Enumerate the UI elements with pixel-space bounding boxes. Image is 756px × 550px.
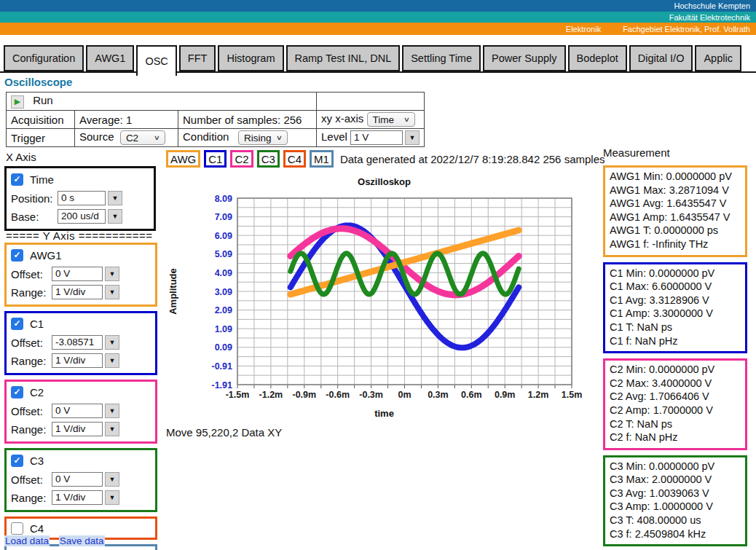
trigger-source-select[interactable]: C2 ∨ (120, 130, 165, 145)
legend-chip-c2[interactable]: C2 (230, 150, 253, 168)
measurement-group-c3: C3 Min: 0.0000000 pVC3 Max: 2.0000000 VC… (603, 455, 747, 547)
tab-ramp-test-inl-dnl[interactable]: Ramp Test INL, DNL (286, 45, 401, 71)
trigger-condition-select[interactable]: Rising ∨ (238, 130, 288, 145)
c3-checkbox[interactable]: ✓ (11, 455, 23, 467)
measurement-group-awg1: AWG1 Min: 0.0000000 pVAWG1 Max: 3.287109… (603, 165, 747, 257)
tab-digital-i-o[interactable]: Digital I/O (629, 45, 693, 71)
time-checkbox[interactable]: ✓ (11, 173, 23, 186)
position-spinner[interactable]: ▼ (108, 191, 122, 205)
c2-offset-spinner[interactable]: ▼ (105, 404, 119, 418)
offset-label: Offset: (11, 405, 52, 417)
chart-title: Oszilloskop (358, 176, 411, 187)
measurement-line: C3 Avg: 1.0039063 V (610, 487, 741, 500)
base-label: Base: (11, 211, 58, 223)
range-label: Range: (11, 286, 52, 299)
tab-osc[interactable]: OSC (136, 45, 176, 76)
measurement-line: C2 T: NaN ps (610, 417, 741, 431)
page-title: Oscilloscope (4, 76, 72, 88)
awg1-range-spinner[interactable]: ▼ (105, 285, 119, 299)
base-input[interactable]: 200 us/d (58, 209, 106, 224)
c1-offset-input[interactable]: -3.08571 (52, 335, 103, 350)
measurement-line: C3 Max: 2.0000000 V (610, 473, 741, 487)
tab-fft[interactable]: FFT (179, 45, 216, 71)
control-table: ▶ Run Acquisition Average: 1 Number of s… (6, 92, 425, 147)
c2-offset-input[interactable]: 0 V (52, 404, 103, 418)
measurement-line: C1 T: NaN ps (610, 321, 741, 334)
position-input[interactable]: 0 s (58, 191, 106, 205)
xy-axis-select[interactable]: Time ∨ (367, 112, 415, 127)
measurement-line: AWG1 T: 0.0000000 ps (610, 224, 741, 237)
awg1-offset-spinner[interactable]: ▼ (105, 267, 119, 281)
chart-y-tick-label: 3.09 (215, 287, 232, 297)
legend-chip-c1[interactable]: C1 (204, 150, 227, 168)
tab-settling-time[interactable]: Settling Time (402, 45, 481, 71)
legend-chip-c3[interactable]: C3 (257, 150, 280, 168)
c1-range-spinner[interactable]: ▼ (105, 353, 119, 368)
tab-awg1[interactable]: AWG1 (86, 45, 134, 71)
legend-chip-awg[interactable]: AWG (166, 150, 200, 168)
average-value: Average: 1 (75, 111, 178, 129)
c3-range-input[interactable]: 1 V/div (52, 490, 103, 505)
chart-y-tick-label: 0.09 (215, 342, 232, 353)
c1-checkbox[interactable]: ✓ (11, 318, 23, 330)
level-input[interactable]: 1 V (350, 130, 403, 145)
samples-value: Number of samples: 256 (178, 111, 317, 129)
measurement-line: AWG1 Amp: 1.6435547 V (610, 211, 741, 224)
tab-power-supply[interactable]: Power Supply (483, 45, 565, 71)
awg1-range-input[interactable]: 1 V/div (52, 285, 103, 299)
tab-histogram[interactable]: Histogram (218, 45, 283, 71)
chart-y-tick-label: -0.91 (212, 361, 233, 372)
c3-offset-input[interactable]: 0 V (52, 472, 103, 487)
chart-y-axis-label: Amplitude (168, 268, 178, 315)
chart-y-tick-label: 2.09 (215, 305, 232, 315)
range-label: Range: (11, 492, 52, 504)
xy-axis-cell: xy x-axis Time ∨ (317, 111, 425, 129)
measurement-line: C3 Amp: 1.0000000 V (610, 500, 741, 514)
c1-range-input[interactable]: 1 V/div (52, 353, 103, 368)
save-data-link[interactable]: Save data (59, 535, 105, 546)
c4-checkbox[interactable] (11, 522, 23, 535)
awg1-offset-input[interactable]: 0 V (52, 267, 103, 281)
university-name: Hochschule Kempten (674, 1, 750, 10)
condition-label: Condition (183, 130, 229, 143)
range-label: Range: (11, 355, 52, 367)
channel-panel-awg1: ✓ AWG1 Offset:0 V▼ Range:1 V/div▼ (4, 243, 157, 307)
acquisition-row: Acquisition Average: 1 Number of samples… (7, 111, 425, 129)
measurement-line: C3 Min: 0.0000000 pV (610, 460, 741, 474)
chart-x-tick-label: -0.9m (292, 390, 316, 400)
department-right: Fachgebiet Elektronik, Prof. Vollrath (623, 25, 750, 34)
awg1-checkbox[interactable]: ✓ (11, 249, 23, 262)
c2-range-input[interactable]: 1 V/div (52, 422, 103, 436)
acquisition-label: Acquisition (7, 111, 75, 129)
chart-x-tick-label: -1.5m (226, 390, 250, 400)
oscilloscope-app: Hochschule Kempten Fakultät Elektrotechn… (0, 0, 756, 550)
legend-row: AWGC1C2C3C4M1 Data generated at 2022/12/… (166, 150, 605, 168)
channel-panel-c3: ✓ C3 Offset:0 V▼ Range:1 V/div▼ (4, 448, 157, 512)
legend-chip-c4[interactable]: C4 (283, 150, 306, 168)
c2-label: C2 (30, 386, 44, 398)
c3-range-spinner[interactable]: ▼ (105, 490, 119, 505)
legend-chip-m1[interactable]: M1 (310, 150, 334, 168)
load-data-link[interactable]: Load data (4, 535, 50, 546)
run-button[interactable]: ▶ (11, 95, 24, 109)
chart-y-tick-label: 5.09 (215, 249, 232, 259)
range-label: Range: (11, 423, 52, 436)
measurement-line: C1 Amp: 3.3000000 V (610, 307, 741, 321)
chart-y-tick-label: 4.09 (215, 268, 232, 278)
tab-bodeplot[interactable]: Bodeplot (568, 45, 627, 71)
xy-axis-label: xy x-axis (321, 112, 363, 125)
c2-range-spinner[interactable]: ▼ (105, 422, 119, 436)
c3-offset-spinner[interactable]: ▼ (105, 472, 119, 487)
measurement-line: C1 f: NaN pHz (610, 334, 741, 348)
tab-applic[interactable]: Applic (695, 45, 741, 71)
base-spinner[interactable]: ▼ (108, 209, 122, 224)
measurement-line: AWG1 Max: 3.2871094 V (610, 184, 741, 197)
c2-checkbox[interactable]: ✓ (11, 386, 23, 398)
chart-x-tick-label: 1.2m (528, 390, 549, 400)
measurement-line: C2 Avg: 1.7066406 V (610, 390, 741, 404)
tab-configuration[interactable]: Configuration (4, 45, 84, 71)
trigger-row: Trigger Source C2 ∨ Condition Rising ∨ L… (7, 129, 425, 147)
measurement-line: C2 f: NaN pHz (610, 431, 741, 444)
level-spinner[interactable]: ▼ (405, 130, 420, 145)
c1-offset-spinner[interactable]: ▼ (105, 335, 119, 350)
